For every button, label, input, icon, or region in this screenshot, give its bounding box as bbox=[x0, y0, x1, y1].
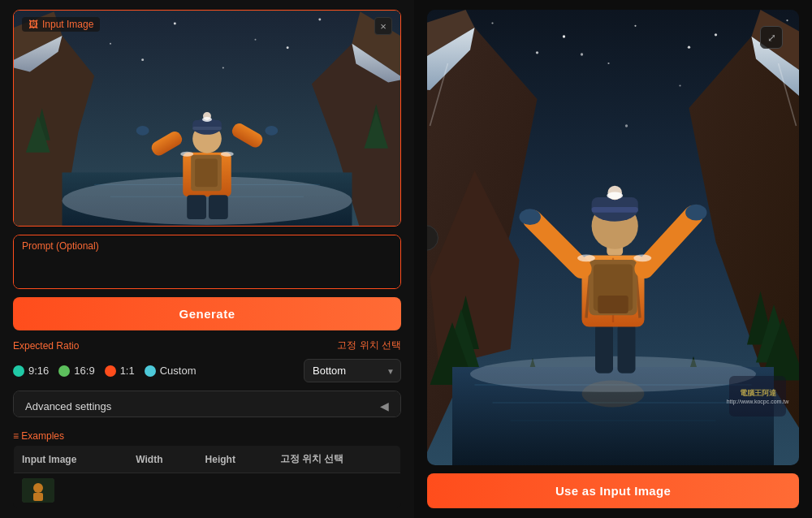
table-row bbox=[14, 473, 401, 508]
main-layout: 🖼 Input Image × bbox=[0, 0, 812, 518]
watermark: 電腦王阿達 http://www.kocpc.com.tw bbox=[729, 376, 786, 417]
table-cell-image bbox=[14, 473, 128, 508]
right-panel: › ⤢ bbox=[414, 0, 812, 518]
svg-point-56 bbox=[688, 46, 690, 49]
ratio-label: Expected Ratio bbox=[13, 340, 79, 352]
position-select[interactable]: Bottom Top Left Right Center bbox=[304, 359, 401, 382]
watermark-brand: 電腦王阿達 bbox=[740, 388, 776, 399]
ratio-header: Expected Ratio 고정 위치 선택 bbox=[13, 339, 401, 352]
svg-point-111 bbox=[607, 192, 623, 199]
svg-rect-100 bbox=[598, 296, 628, 313]
svg-rect-42 bbox=[209, 195, 228, 219]
svg-point-60 bbox=[679, 84, 680, 86]
ratio-custom[interactable]: Custom bbox=[145, 365, 197, 377]
table-cell-width bbox=[127, 473, 197, 508]
examples-label: ≡ Examples bbox=[13, 427, 401, 445]
left-panel: 🖼 Input Image × bbox=[0, 0, 414, 518]
ratio-controls: 9:16 16:9 1:1 Custom bbox=[13, 365, 197, 377]
svg-point-8 bbox=[141, 58, 144, 61]
table-cell-pos bbox=[272, 473, 401, 508]
advanced-settings-label: Advanced settings bbox=[25, 400, 111, 412]
col-position: 고정 위치 선택 bbox=[272, 446, 401, 473]
table-cell-height bbox=[197, 473, 272, 508]
svg-point-51 bbox=[715, 33, 717, 36]
svg-point-44 bbox=[33, 483, 43, 493]
svg-point-10 bbox=[287, 46, 289, 49]
advanced-settings: Advanced settings ◀ bbox=[13, 391, 401, 417]
svg-point-48 bbox=[491, 22, 493, 24]
svg-point-55 bbox=[607, 63, 609, 64]
svg-point-65 bbox=[625, 124, 628, 127]
ratio-section: Expected Ratio 고정 위치 선택 9:16 16:9 1:1 bbox=[13, 339, 401, 382]
svg-point-40 bbox=[221, 152, 234, 157]
position-label: 고정 위치 선택 bbox=[337, 339, 401, 352]
watermark-logo: 電腦王阿達 http://www.kocpc.com.tw bbox=[729, 376, 786, 417]
prompt-label: Prompt (Optional) bbox=[14, 235, 400, 253]
ratio-dot-1-1 bbox=[105, 365, 116, 377]
svg-rect-41 bbox=[187, 195, 206, 219]
col-height: Height bbox=[197, 446, 272, 473]
prompt-textarea[interactable] bbox=[14, 253, 400, 289]
ratio-dot-9-16 bbox=[13, 365, 24, 377]
svg-rect-109 bbox=[592, 207, 638, 213]
svg-rect-37 bbox=[192, 127, 222, 130]
svg-point-9 bbox=[222, 67, 224, 69]
svg-point-112 bbox=[577, 254, 595, 261]
ratio-16-9[interactable]: 16:9 bbox=[58, 365, 94, 377]
svg-point-63 bbox=[581, 53, 583, 55]
ratio-dot-custom bbox=[145, 365, 156, 377]
input-image-label: 🖼 Input Image bbox=[22, 17, 100, 32]
input-image-preview bbox=[14, 11, 400, 227]
input-image-box: 🖼 Input Image × bbox=[13, 10, 401, 227]
svg-point-104 bbox=[685, 205, 706, 221]
svg-point-38 bbox=[202, 117, 212, 122]
ratio-9-16[interactable]: 9:16 bbox=[13, 365, 49, 377]
prompt-section: Prompt (Optional) bbox=[13, 235, 401, 289]
use-as-input-button[interactable]: Use as Input Image bbox=[427, 473, 799, 508]
svg-point-103 bbox=[520, 209, 541, 225]
expand-button[interactable]: ⤢ bbox=[760, 26, 783, 49]
svg-point-32 bbox=[265, 126, 278, 136]
examples-table: Input Image Width Height 고정 위치 선택 bbox=[13, 445, 401, 508]
position-select-wrapper: Bottom Top Left Right Center bbox=[304, 359, 401, 382]
svg-point-50 bbox=[634, 25, 636, 27]
svg-point-49 bbox=[563, 35, 565, 37]
svg-point-39 bbox=[180, 152, 193, 157]
generate-button[interactable]: Generate bbox=[13, 297, 401, 330]
close-button[interactable]: × bbox=[374, 17, 392, 35]
svg-point-113 bbox=[633, 254, 651, 261]
svg-rect-45 bbox=[33, 493, 43, 501]
ratio-1-1[interactable]: 1:1 bbox=[105, 365, 135, 377]
ratio-dot-16-9 bbox=[58, 365, 70, 377]
svg-point-54 bbox=[536, 51, 538, 54]
advanced-settings-header[interactable]: Advanced settings ◀ bbox=[14, 391, 400, 417]
image-icon: 🖼 bbox=[28, 19, 38, 30]
svg-point-31 bbox=[136, 126, 149, 136]
svg-point-3 bbox=[174, 23, 176, 25]
svg-rect-92 bbox=[595, 324, 613, 373]
expand-icon: ⤢ bbox=[767, 32, 776, 44]
watermark-url: http://www.kocpc.com.tw bbox=[727, 399, 789, 404]
svg-rect-28 bbox=[195, 159, 218, 188]
col-input-image: Input Image bbox=[14, 446, 128, 473]
col-width: Width bbox=[127, 446, 197, 473]
advanced-arrow-icon: ◀ bbox=[380, 399, 389, 412]
svg-point-4 bbox=[255, 39, 257, 41]
result-image-container: › ⤢ bbox=[427, 10, 799, 465]
svg-point-2 bbox=[110, 43, 111, 45]
svg-point-52 bbox=[786, 19, 788, 21]
svg-rect-93 bbox=[618, 324, 636, 373]
svg-point-5 bbox=[318, 19, 321, 21]
examples-section: ≡ Examples Input Image Width Height 고정 위… bbox=[13, 427, 401, 508]
